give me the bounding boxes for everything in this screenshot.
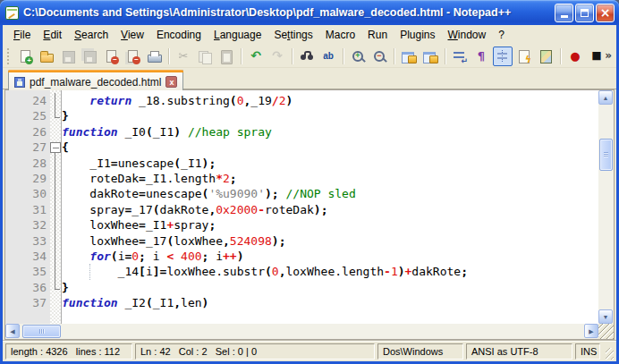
fold-marker bbox=[50, 124, 62, 140]
print-button[interactable] bbox=[144, 47, 164, 66]
toolbar-separator bbox=[241, 48, 242, 64]
horizontal-scroll-thumb[interactable] bbox=[22, 325, 61, 338]
status-insert-mode[interactable]: INS bbox=[575, 343, 600, 360]
redo-icon bbox=[270, 49, 284, 63]
find-button[interactable] bbox=[297, 47, 317, 66]
scroll-down-button[interactable]: ▼ bbox=[598, 309, 613, 324]
scroll-up-button[interactable]: ▲ bbox=[598, 90, 613, 105]
menu-plugins[interactable]: Plugins bbox=[394, 26, 441, 44]
toolbar-overflow-chevron[interactable]: » bbox=[605, 48, 612, 63]
tab-close-icon[interactable]: x bbox=[165, 76, 177, 88]
code-line-36[interactable]: 36} bbox=[5, 280, 598, 295]
line-number: 33 bbox=[5, 233, 50, 249]
sync-vertical-button[interactable] bbox=[399, 47, 419, 66]
zoom-in-button[interactable] bbox=[348, 47, 368, 66]
window-frame: FileEditSearchViewEncodingLanguageSettin… bbox=[3, 25, 616, 361]
word-wrap-button[interactable] bbox=[450, 47, 470, 66]
line-number: 32 bbox=[5, 217, 50, 233]
code-text: roteDak=_I1.length*2; bbox=[62, 171, 237, 186]
sync-horizontal-icon bbox=[423, 49, 437, 63]
save-file-button[interactable] bbox=[58, 47, 78, 66]
resize-grip[interactable] bbox=[598, 324, 614, 339]
code-line-27[interactable]: 27{ bbox=[5, 140, 598, 155]
cut-icon bbox=[176, 49, 191, 63]
replace-button[interactable] bbox=[318, 47, 338, 66]
code-line-31[interactable]: 31 spray=_17(dakRote,0x2000-roteDak); bbox=[5, 202, 598, 217]
sync-horizontal-button[interactable] bbox=[420, 47, 440, 66]
fold-marker bbox=[50, 202, 62, 217]
function-list-button[interactable] bbox=[514, 47, 534, 66]
code-line-34[interactable]: 34 for(i=0; i < 400; i++) bbox=[5, 249, 598, 264]
fold-marker bbox=[50, 264, 62, 279]
code-line-24[interactable]: 24 return _18.substring(0,_19/2) bbox=[5, 93, 598, 108]
find-icon bbox=[300, 49, 314, 63]
code-line-30[interactable]: 30 dakRote=unescape('%u9090'); //NOP sle… bbox=[5, 186, 598, 201]
code-view[interactable]: 24 return _18.substring(0,_19/2)25}26fun… bbox=[5, 90, 598, 324]
document-map-button[interactable] bbox=[536, 47, 555, 66]
code-line-35[interactable]: 35 _14[i]=loxWhee.substr(0,loxWhee.lengt… bbox=[5, 264, 598, 279]
code-line-37[interactable]: 37function _I2(_I1,len) bbox=[5, 295, 598, 310]
vertical-scrollbar[interactable]: ▲ ▼ bbox=[598, 90, 614, 324]
menu-run[interactable]: Run bbox=[361, 26, 394, 44]
menu-view[interactable]: View bbox=[114, 26, 150, 44]
menu-settings[interactable]: Settings bbox=[267, 26, 318, 44]
horizontal-scrollbar[interactable]: ◀ ▶ bbox=[5, 324, 598, 339]
title-bar[interactable]: C:\Documents and Settings\Administrator\… bbox=[0, 0, 619, 25]
menu-file[interactable]: File bbox=[7, 26, 37, 44]
record-macro-button[interactable] bbox=[565, 47, 585, 66]
zoom-out-button[interactable] bbox=[369, 47, 389, 66]
menu-encoding[interactable]: Encoding bbox=[150, 26, 208, 44]
menu-search[interactable]: Search bbox=[68, 26, 114, 44]
indent-guide-button[interactable] bbox=[493, 47, 513, 66]
line-number: 34 bbox=[5, 249, 50, 264]
code-line-28[interactable]: 28 _I1=unescape(_I1); bbox=[5, 156, 598, 171]
toolbar-drag-grip[interactable] bbox=[7, 48, 10, 64]
open-file-button[interactable] bbox=[37, 47, 56, 66]
code-line-29[interactable]: 29 roteDak=_I1.length*2; bbox=[5, 171, 598, 186]
indent-guide-line bbox=[89, 264, 90, 279]
close-button[interactable]: × bbox=[596, 4, 615, 22]
editor-area: 24 return _18.substring(0,_19/2)25}26fun… bbox=[4, 89, 615, 340]
fold-collapse-marker[interactable] bbox=[50, 140, 62, 155]
code-line-26[interactable]: 26function _I0(_I1) //heap spray bbox=[5, 124, 598, 140]
show-all-chars-button[interactable] bbox=[471, 47, 491, 66]
vertical-scroll-thumb[interactable] bbox=[599, 139, 613, 171]
fold-marker bbox=[50, 186, 62, 201]
line-number: 35 bbox=[5, 264, 50, 279]
tab-pdf-malware-decoded[interactable]: pdf_malware_decoded.html x bbox=[8, 70, 183, 90]
paste-icon bbox=[219, 49, 233, 63]
maximize-button[interactable] bbox=[575, 4, 594, 22]
saved-file-icon bbox=[14, 77, 25, 88]
close-doc-button[interactable] bbox=[101, 47, 121, 66]
code-text: function _I0(_I1) //heap spray bbox=[62, 124, 272, 140]
status-eol-format[interactable]: Dos\Windows bbox=[377, 343, 463, 360]
cut-button[interactable] bbox=[174, 47, 193, 66]
menu-help[interactable]: ? bbox=[492, 26, 511, 44]
copy-button[interactable] bbox=[195, 47, 215, 66]
close-doc-icon bbox=[104, 49, 118, 63]
menu-window[interactable]: Window bbox=[441, 26, 492, 44]
status-encoding[interactable]: ANSI as UTF-8 bbox=[466, 343, 572, 360]
code-line-25[interactable]: 25} bbox=[5, 108, 598, 123]
scroll-left-button[interactable]: ◀ bbox=[5, 324, 20, 338]
redo-button[interactable] bbox=[267, 47, 287, 66]
open-file-icon bbox=[39, 49, 54, 63]
menu-language[interactable]: Language bbox=[208, 26, 267, 44]
new-file-button[interactable] bbox=[15, 47, 35, 66]
menu-macro[interactable]: Macro bbox=[319, 26, 361, 44]
record-macro-icon bbox=[568, 49, 582, 63]
close-all-docs-button[interactable] bbox=[123, 47, 142, 66]
code-line-32[interactable]: 32 loxWhee=_I1+spray; bbox=[5, 217, 598, 233]
code-text: _14[i]=loxWhee.substr(0,loxWhee.length-1… bbox=[62, 264, 468, 279]
scroll-right-button[interactable]: ▶ bbox=[584, 324, 598, 338]
paste-button[interactable] bbox=[216, 47, 236, 66]
save-all-button[interactable] bbox=[80, 47, 99, 66]
code-line-33[interactable]: 33 loxWhee=_17(loxWhee,524098); bbox=[5, 233, 598, 249]
minimize-button[interactable] bbox=[555, 4, 573, 22]
undo-button[interactable] bbox=[246, 47, 266, 66]
toolbar: » bbox=[3, 45, 616, 68]
menu-edit[interactable]: Edit bbox=[37, 26, 68, 44]
stop-macro-button[interactable] bbox=[587, 47, 606, 66]
fold-marker bbox=[50, 249, 62, 264]
statusbar-resize-grip[interactable] bbox=[606, 348, 614, 360]
